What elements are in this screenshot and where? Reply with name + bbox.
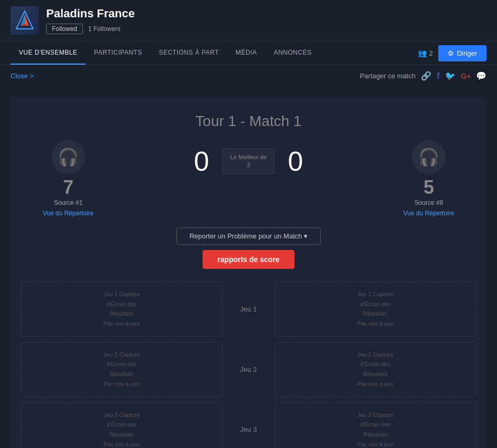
followers-count: 1 Followers xyxy=(88,25,120,33)
game1-label: Jeu 1 xyxy=(228,305,270,313)
close-link[interactable]: Close > xyxy=(10,72,34,80)
score-left-box: 0 xyxy=(181,140,223,182)
player-right-repo-link[interactable]: Vue du Répertoire xyxy=(404,210,454,217)
game-row-3: Jeu 3 Capture d'Écran des Résultats Pas … xyxy=(21,402,476,449)
followed-button[interactable]: Followed xyxy=(46,24,83,34)
games-grid: Jeu 1 Capture d'Écran des Résultats Pas … xyxy=(21,282,476,448)
player-right-seed: 5 xyxy=(424,178,434,197)
game2-screenshot-left: Jeu 2 Capture d'Écran des Résultats Pas … xyxy=(21,342,223,397)
score-center: 0 Le Meilleur de 3 0 xyxy=(115,140,382,182)
brand-name: Paladins France xyxy=(46,7,135,20)
score-right: 0 xyxy=(288,145,303,177)
score-divider-text2: 3 xyxy=(247,161,250,169)
nav-bar: VUE D'ENSEMBLE PARTICIPANTS SECTIONS À P… xyxy=(0,41,497,65)
action-bar: Close > Partager ce match 🔗 f 🐦 G+ 💬 xyxy=(0,65,497,87)
match-title: Tour 1 - Match 1 xyxy=(195,113,301,129)
game1-screenshot-left: Jeu 1 Capture d'Écran des Résultats Pas … xyxy=(21,282,223,337)
game3-screenshot-right: Jeu 3 Capture d'Écran des Résultats Pas … xyxy=(275,402,477,449)
headset-icon-left: 🎧 xyxy=(58,147,79,167)
players-row: 🎧 7 Source #1 Vue du Répertoire 0 Le Mei… xyxy=(21,140,476,217)
match-card: Tour 1 - Match 1 🎧 7 Source #1 Vue du Ré… xyxy=(10,97,487,448)
game-row-1: Jeu 1 Capture d'Écran des Résultats Pas … xyxy=(21,282,476,337)
game3-screenshot-left: Jeu 3 Capture d'Écran des Résultats Pas … xyxy=(21,402,223,449)
player-right-avatar: 🎧 xyxy=(412,140,446,174)
report-problem-button[interactable]: Reporter un Problème pour un Match ▾ xyxy=(176,227,321,245)
nav-item-participants[interactable]: PARTICIPANTS xyxy=(86,41,150,65)
people-icon: 👥 xyxy=(418,49,427,57)
player-left-repo-link[interactable]: Vue du Répertoire xyxy=(43,210,94,217)
game2-label: Jeu 2 xyxy=(228,366,270,373)
brand-meta: Followed 1 Followers xyxy=(46,24,135,34)
header: Paladins France Followed 1 Followers xyxy=(0,0,497,41)
nav-item-sections[interactable]: SECTIONS À PART xyxy=(151,41,227,65)
share-section: Partager ce match 🔗 f 🐦 G+ 💬 xyxy=(360,70,487,81)
googleplus-icon[interactable]: G+ xyxy=(461,72,471,80)
twitter-icon[interactable]: 🐦 xyxy=(445,71,456,81)
nav-item-media[interactable]: MÉDIA xyxy=(227,41,266,65)
nav-item-overview[interactable]: VUE D'ENSEMBLE xyxy=(10,41,86,65)
nav-item-annonces[interactable]: ANNONCES xyxy=(266,41,320,65)
game2-screenshot-right: Jeu 2 Capture d'Écran des Résultats Pas … xyxy=(275,342,477,397)
player-left-seed: 7 xyxy=(63,178,73,197)
nav-right: 👥 2 ⚙ Diriger xyxy=(418,45,487,61)
share-text: Partager ce match xyxy=(360,72,416,80)
main-content: Tour 1 - Match 1 🎧 7 Source #1 Vue du Ré… xyxy=(0,87,497,448)
player-right: 🎧 5 Source #8 Vue du Répertoire xyxy=(382,140,476,217)
gear-icon: ⚙ xyxy=(448,49,454,57)
participants-count: 👥 2 xyxy=(418,49,432,57)
score-divider-text1: Le Meilleur de xyxy=(230,153,267,161)
game-row-2: Jeu 2 Capture d'Écran des Résultats Pas … xyxy=(21,342,476,397)
player-right-name: Source #8 xyxy=(415,199,443,206)
score-row: 0 Le Meilleur de 3 0 xyxy=(181,140,316,182)
chat-icon[interactable]: 💬 xyxy=(476,71,487,81)
game3-label: Jeu 3 xyxy=(228,425,270,433)
player-left: 🎧 7 Source #1 Vue du Répertoire xyxy=(21,140,115,217)
score-report-button[interactable]: rapports de score xyxy=(203,250,294,269)
match-buttons: Reporter un Problème pour un Match ▾ rap… xyxy=(21,227,476,269)
player-left-name: Source #1 xyxy=(54,199,83,206)
facebook-icon[interactable]: f xyxy=(437,70,440,81)
match-title-row: Tour 1 - Match 1 xyxy=(21,113,476,130)
score-divider: Le Meilleur de 3 xyxy=(223,149,274,174)
score-left: 0 xyxy=(194,145,209,177)
score-right-box: 0 xyxy=(274,140,316,182)
diriger-button[interactable]: ⚙ Diriger xyxy=(438,45,487,61)
player-left-avatar: 🎧 xyxy=(51,140,85,174)
brand-logo xyxy=(10,6,39,35)
game1-screenshot-right: Jeu 1 Capture d'Écran des Résultats Pas … xyxy=(275,282,477,337)
link-icon[interactable]: 🔗 xyxy=(421,71,431,81)
brand-info: Paladins France Followed 1 Followers xyxy=(46,7,135,34)
headset-icon-right: 🎧 xyxy=(418,147,439,167)
